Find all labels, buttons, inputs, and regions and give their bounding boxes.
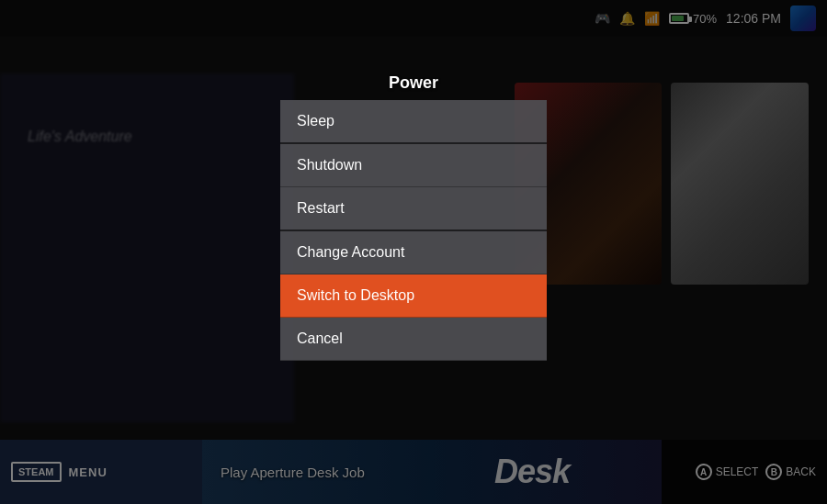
dialog-title: Power	[280, 73, 547, 93]
power-dialog: Power Sleep Shutdown Restart Change Acco…	[280, 73, 547, 361]
menu-item-cancel[interactable]: Cancel	[280, 318, 547, 361]
menu-item-restart[interactable]: Restart	[280, 187, 547, 231]
menu-item-change-account[interactable]: Change Account	[280, 231, 547, 274]
menu-item-sleep[interactable]: Sleep	[280, 100, 547, 144]
menu-item-shutdown[interactable]: Shutdown	[280, 144, 547, 187]
menu-item-switch-to-desktop[interactable]: Switch to Desktop	[280, 274, 547, 318]
power-menu-list: Sleep Shutdown Restart Change Account Sw…	[280, 100, 547, 361]
